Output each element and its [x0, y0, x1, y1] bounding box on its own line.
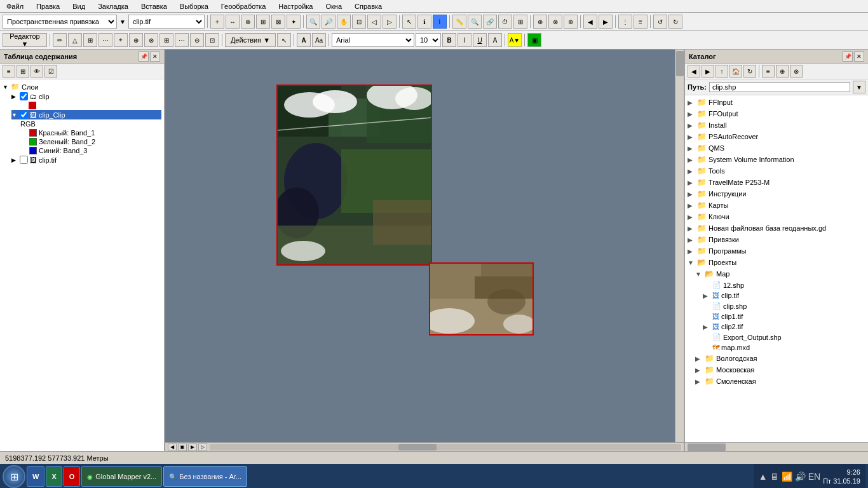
toc-clip-tif[interactable]: ▶ 🖼 clip.tif — [11, 155, 161, 165]
catalog-disconnect-btn[interactable]: ⊗ — [790, 65, 803, 78]
instruktsii-expand[interactable]: ▶ — [688, 191, 695, 198]
catalog-back-btn[interactable]: ◀ — [688, 65, 700, 78]
draw-btn-2[interactable]: △ — [68, 33, 82, 47]
toolbar-extra-2[interactable]: ⊗ — [548, 15, 562, 29]
full-extent-btn[interactable]: ⊡ — [352, 15, 366, 29]
menu-selection[interactable]: Выборка — [176, 1, 212, 11]
menu-bookmark[interactable]: Закладка — [94, 1, 132, 11]
menu-insert[interactable]: Вставка — [137, 1, 171, 11]
toolbar-btn-4[interactable]: ⊞ — [256, 15, 270, 29]
cat-clip-tif-expand[interactable]: ▶ — [703, 292, 710, 299]
tools-expand[interactable]: ▶ — [688, 168, 695, 175]
arrow-right-btn[interactable]: ▶ — [599, 15, 613, 29]
toc-clip-clip-layer[interactable]: ▼ 🖼 clip_Clip — [11, 110, 161, 119]
editor-dropdown[interactable]: Редактор ▼ — [3, 33, 47, 47]
ffinput-expand[interactable]: ▶ — [688, 99, 695, 106]
smolenskaya-expand[interactable]: ▶ — [695, 378, 703, 385]
clip-expand-icon[interactable]: ▶ — [11, 93, 18, 100]
highlight-btn[interactable]: A▼ — [508, 33, 522, 47]
cat-sysvolinfo[interactable]: ▶ 📁 System Volume Information — [686, 154, 867, 165]
catalog-view-btn[interactable]: ≡ — [762, 65, 775, 78]
menu-help[interactable]: Справка — [351, 1, 386, 11]
cat-clip2-tif[interactable]: ▶ 🖼 clip2.tif — [702, 322, 867, 332]
psautorecover-expand[interactable]: ▶ — [688, 133, 695, 140]
karty-expand[interactable]: ▶ — [688, 202, 695, 209]
toolbar-extra-3[interactable]: ⊕ — [564, 15, 578, 29]
redo-btn[interactable]: ↻ — [668, 15, 682, 29]
map-nav-bookmark[interactable]: ▣ — [178, 444, 187, 451]
map-vscrollbar[interactable] — [675, 50, 684, 442]
catalog-path-input[interactable] — [709, 82, 850, 92]
table-btn[interactable]: ⊞ — [513, 15, 527, 29]
catalog-close-btn[interactable]: ✕ — [854, 51, 864, 62]
draw-btn-6[interactable]: ⊕ — [129, 33, 143, 47]
draw-btn-5[interactable]: ⌖ — [114, 33, 128, 47]
clip-clip-checkbox[interactable] — [20, 111, 28, 119]
toc-layers-group[interactable]: ▼ 📁 Слои — [3, 82, 161, 92]
cat-instruktsii[interactable]: ▶ 📁 Инструкции — [686, 188, 867, 200]
map-hscrollbar[interactable]: ◀ ▣ ▶ ▷ — [165, 442, 684, 451]
back-btn[interactable]: ◁ — [367, 15, 381, 29]
draw-btn-1[interactable]: ✏ — [53, 33, 67, 47]
cat-clip1-tif[interactable]: 🖼 clip1.tif — [702, 311, 867, 322]
draw-btn-8[interactable]: ⊞ — [159, 33, 173, 47]
clip-clip-expand-icon[interactable]: ▼ — [11, 112, 18, 118]
underline-btn[interactable]: U — [473, 33, 487, 47]
proekty-expand[interactable]: ▼ — [688, 259, 695, 266]
arrow-left-btn[interactable]: ◀ — [583, 15, 597, 29]
tray-lang-display[interactable]: EN — [808, 471, 820, 482]
tray-expand-icon[interactable]: ▲ — [759, 471, 768, 482]
measure-btn[interactable]: 📏 — [452, 15, 466, 29]
cat-smolenskaya[interactable]: ▶ 📁 Смоленская — [694, 376, 867, 387]
toc-pin-btn[interactable]: 📌 — [139, 51, 149, 62]
hyperlink-btn[interactable]: 🔗 — [483, 15, 497, 29]
vologodskaya-expand[interactable]: ▶ — [695, 355, 703, 362]
taskbar-arcgis[interactable]: 🔍 Без названия - Ar... — [163, 466, 247, 487]
catalog-up-btn[interactable]: ↑ — [715, 65, 728, 78]
menu-settings[interactable]: Настройка — [275, 1, 316, 11]
font-dropdown[interactable]: Arial — [332, 33, 414, 47]
color-fill-btn[interactable]: ▣ — [527, 33, 541, 47]
map-area[interactable]: ◀ ▣ ▶ ▷ — [165, 50, 684, 451]
qms-expand[interactable]: ▶ — [688, 145, 695, 152]
map-hscroll-thumb[interactable] — [398, 444, 437, 451]
text-symbol-btn[interactable]: Aa — [312, 33, 326, 47]
zoom-out-btn[interactable]: 🔎 — [322, 15, 336, 29]
cat-privyazki[interactable]: ▶ 📁 Привязки — [686, 234, 867, 245]
catalog-forward-btn[interactable]: ▶ — [702, 65, 714, 78]
catalog-pin-btn[interactable]: 📌 — [843, 51, 853, 62]
toc-clip-layer[interactable]: ▶ 🗂 clip — [11, 92, 161, 101]
draw-btn-4[interactable]: ⋯ — [98, 33, 112, 47]
cat-vologodskaya[interactable]: ▶ 📁 Вологодская — [694, 353, 867, 364]
menu-view[interactable]: Вид — [69, 1, 89, 11]
cat-export-output[interactable]: 📄 Export_Output.shp — [702, 332, 867, 342]
actions-dropdown[interactable]: Действия ▼ — [225, 33, 276, 47]
draw-btn-9[interactable]: ⋯ — [175, 33, 189, 47]
taskbar-globalmapper[interactable]: ◉ Global Mapper v2... — [81, 466, 162, 487]
menu-windows[interactable]: Окна — [322, 1, 346, 11]
forward-btn[interactable]: ▷ — [383, 15, 397, 29]
layer-btn[interactable]: ≡ — [634, 15, 648, 29]
install-expand[interactable]: ▶ — [688, 122, 695, 129]
cat-ffinput[interactable]: ▶ 📁 FFInput — [686, 97, 867, 108]
cat-12shp[interactable]: 📄 12.shp — [702, 280, 867, 290]
catalog-connect-btn[interactable]: ⊕ — [776, 65, 789, 78]
layer-dropdown[interactable]: clip.tif — [128, 15, 205, 29]
spatial-binding-dropdown[interactable]: Пространственная привязка — [3, 15, 117, 29]
cat-travelmate[interactable]: ▶ 📁 TravelMate P253-M — [686, 177, 867, 188]
info-btn[interactable]: ℹ — [417, 15, 431, 29]
cat-tools[interactable]: ▶ 📁 Tools — [686, 165, 867, 177]
taskbar-opera[interactable]: O — [64, 466, 81, 487]
toc-list-view-btn[interactable]: ≡ — [3, 65, 15, 78]
map-nav-left[interactable]: ◀ — [168, 444, 177, 451]
font-size-dropdown[interactable]: 10 — [416, 33, 441, 47]
map-nav-play[interactable]: ▶ — [188, 444, 197, 451]
tray-volume-icon[interactable]: 🔊 — [795, 471, 806, 482]
cat-qms[interactable]: ▶ 📁 QMS — [686, 142, 867, 154]
zoom-in-btn[interactable]: 🔍 — [306, 15, 320, 29]
cat-map-folder[interactable]: ▼ 📂 Map — [694, 268, 867, 280]
menu-file[interactable]: Файл — [3, 1, 27, 11]
time-btn[interactable]: ⏱ — [498, 15, 512, 29]
find-btn[interactable]: 🔍 — [468, 15, 482, 29]
cat-map-mxd[interactable]: 🗺 map.mxd — [702, 342, 867, 353]
